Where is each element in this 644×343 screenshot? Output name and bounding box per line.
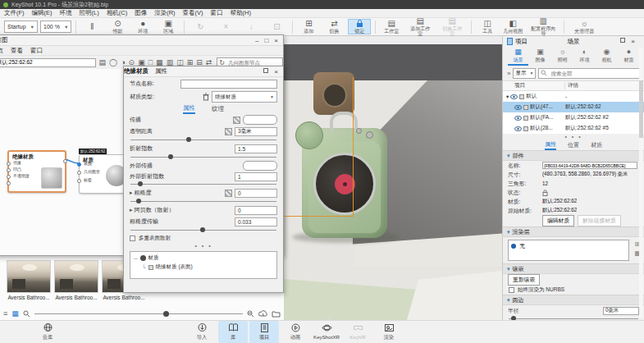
tab-camera[interactable]: ◉相机 <box>596 48 617 66</box>
multi-surface-scatter-checkbox[interactable] <box>130 236 135 241</box>
render-button[interactable]: 渲染 <box>374 321 404 343</box>
menu-help[interactable]: 帮助(H) <box>231 9 251 17</box>
performance-button[interactable]: ⊙性能 <box>106 19 129 34</box>
caret-right-icon[interactable]: ▸ <box>130 190 133 196</box>
menu-camera[interactable]: 相机(C) <box>107 9 127 17</box>
thumbnail-size-slider[interactable] <box>34 313 243 314</box>
scene-search-input[interactable] <box>549 70 610 77</box>
zoom-in-icon[interactable] <box>247 310 254 318</box>
subtab-material[interactable]: 材质 <box>591 141 602 149</box>
zoom-dropdown[interactable]: 100 %▼ <box>40 21 71 33</box>
slider-knob[interactable] <box>163 311 169 317</box>
scene-tree-row[interactable]: ▾ 默认 - <box>503 91 644 102</box>
tab-properties[interactable]: 属性 <box>183 104 195 114</box>
caret-right-icon[interactable]: ▸ <box>130 207 133 213</box>
switch-camera-button[interactable]: ⇄切换 <box>322 19 345 34</box>
add-camera-button[interactable]: ⊞添加 <box>297 19 320 34</box>
minimize-icon[interactable]: – <box>255 37 258 44</box>
grid-view-icon[interactable]: ▦ <box>11 309 19 318</box>
trash-icon[interactable] <box>203 93 209 101</box>
visibility-eye-icon[interactable] <box>514 105 522 110</box>
texture-map-icon[interactable] <box>225 190 232 197</box>
geometry-view-button[interactable]: ◧几何视图 <box>501 19 524 34</box>
light-manager-button[interactable]: ☼光管理器 <box>569 19 600 34</box>
transparency-distance-slider[interactable] <box>130 137 276 143</box>
upload-cloud-icon[interactable] <box>258 310 267 318</box>
undock-icon[interactable] <box>263 68 268 73</box>
zoom-out-icon[interactable] <box>23 310 30 318</box>
graph-menu-view[interactable]: 查看 <box>11 47 23 55</box>
lock-camera-button[interactable]: 锁定 <box>348 19 371 34</box>
realtime-viewport[interactable] <box>284 36 502 320</box>
section-part[interactable]: ▾部件 <box>503 150 644 161</box>
folder-icon[interactable] <box>272 310 281 318</box>
preset-dropdown[interactable]: Startup▼ <box>4 21 38 33</box>
panel-drag-handle[interactable]: • • • <box>503 134 644 140</box>
part-name-input[interactable] <box>542 162 637 169</box>
expand-icon[interactable]: » <box>507 70 510 77</box>
studio-button[interactable]: ▤工作室 <box>380 19 403 34</box>
edit-material-button[interactable]: 编辑材质 <box>542 215 574 226</box>
section-render-layer[interactable]: ▾渲染层 <box>503 226 644 237</box>
menu-edit[interactable]: 编辑(E) <box>32 9 53 17</box>
menu-file[interactable]: 文件(F) <box>4 9 25 17</box>
label-port[interactable] <box>77 179 81 183</box>
scene-search-box[interactable] <box>538 68 640 79</box>
input-port[interactable] <box>7 181 11 185</box>
outside-ior-slider[interactable] <box>130 181 276 187</box>
transparency-distance-value[interactable]: 3毫米 <box>235 127 277 136</box>
retessellate-button[interactable]: 重新镶嵌 <box>508 274 540 286</box>
roughness-transmission-value[interactable]: 0.033 <box>235 217 277 226</box>
input-port[interactable] <box>7 168 11 172</box>
configurator-button[interactable]: ▥配置程序向导 <box>527 16 560 37</box>
ior-slider[interactable] <box>130 154 276 160</box>
menu-render[interactable]: 渲染(R) <box>154 9 175 17</box>
scene-background-speaker[interactable] <box>313 72 354 115</box>
menu-window[interactable]: 窗口 <box>211 9 223 17</box>
render-layer-list[interactable]: 无 <box>508 240 629 261</box>
tab-material[interactable]: ●材质 <box>619 48 639 66</box>
pause-button[interactable]: ‖ <box>80 22 103 32</box>
project-panel-header[interactable]: 项目 场景 × <box>503 36 644 47</box>
close-icon[interactable]: × <box>631 38 635 45</box>
close-icon[interactable]: × <box>274 68 278 75</box>
list-view-icon[interactable]: ≡ <box>3 309 7 318</box>
caret-down-icon[interactable]: ▾ <box>506 94 509 100</box>
section-tessellation[interactable]: ▾镶嵌 <box>503 263 644 274</box>
keyshotxr-button[interactable]: KeyShotXR <box>312 321 341 343</box>
surface-port[interactable] <box>77 162 81 167</box>
abbe-value[interactable]: 0 <box>235 206 277 215</box>
menu-view[interactable]: 查看(V) <box>183 9 203 17</box>
visibility-eye-icon[interactable] <box>514 126 522 131</box>
environment-button[interactable]: ●环境 <box>131 19 154 34</box>
library-thumbnail[interactable]: Aversis Bathroo... <box>7 260 51 300</box>
graph-menu-node[interactable]: 节点 <box>0 47 3 55</box>
roughness-value[interactable]: 0 <box>235 189 277 198</box>
menu-image[interactable]: 图像 <box>135 9 147 17</box>
outside-ior-value[interactable]: 1 <box>235 172 277 181</box>
tab-image[interactable]: ▣图像 <box>530 48 550 66</box>
library-button[interactable]: 库 <box>218 321 248 343</box>
material-graph-titlebar[interactable]: 材质图 – □ × <box>0 35 283 46</box>
scene-tree-row-selected[interactable]: 默认(47... 默认:252:62:62 <box>503 102 644 112</box>
transmission-color-swatch[interactable] <box>243 115 277 125</box>
input-port[interactable] <box>7 175 11 179</box>
geometry-port[interactable] <box>77 171 81 175</box>
graph-menu-window[interactable]: 窗口 <box>30 47 43 55</box>
tab-textures[interactable]: 纹理 <box>212 105 224 113</box>
material-properties-titlebar[interactable]: 绝缘材质 属性 × <box>124 66 283 77</box>
undock-icon[interactable] <box>620 38 625 43</box>
show-dropdown[interactable]: 显示▼ <box>513 68 536 79</box>
menu-environment[interactable]: 环境 <box>60 9 72 17</box>
column-item[interactable]: 项目 <box>503 82 565 89</box>
roughness-transmission-slider[interactable] <box>130 227 276 233</box>
node-name-input[interactable] <box>180 80 277 89</box>
roughness-slider[interactable] <box>130 199 276 204</box>
save-icon[interactable]: ▤ <box>99 59 107 66</box>
circle-tool-icon[interactable]: ◯ <box>109 59 117 66</box>
library-thumbnail[interactable]: Aversis Bathroo... <box>54 260 98 300</box>
material-node-tree[interactable]: ─材质 └绝缘材质 (表面) <box>130 251 277 279</box>
scene-tree-row[interactable]: 默认(28... 默认:252:62:62 #5 <box>503 123 644 134</box>
visibility-eye-icon[interactable] <box>514 116 522 121</box>
menu-lighting[interactable]: 照明(L) <box>80 9 99 17</box>
